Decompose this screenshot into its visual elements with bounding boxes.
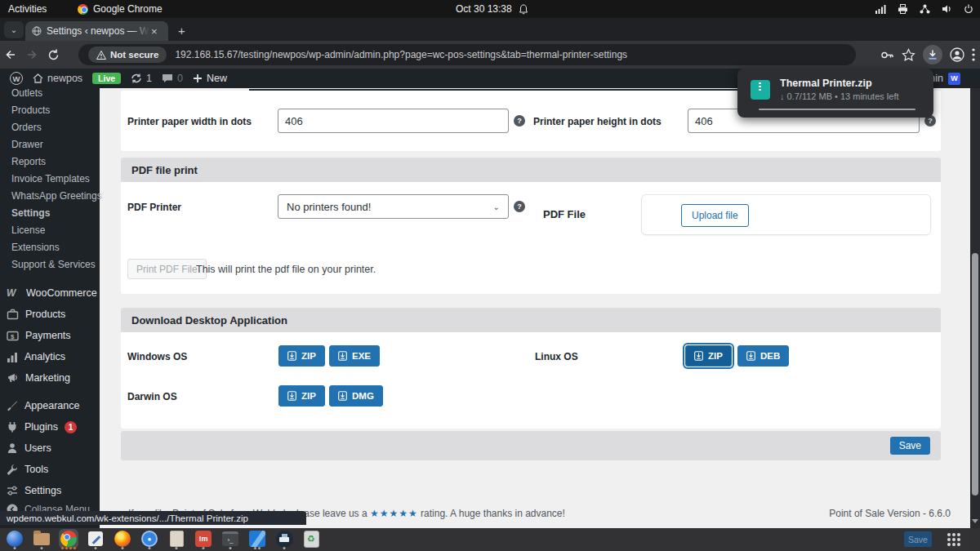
button-label: ZIP bbox=[301, 351, 316, 361]
security-chip[interactable]: Not secure bbox=[88, 47, 167, 63]
comment-count: 0 bbox=[177, 73, 183, 84]
scroll-down-arrow[interactable] bbox=[972, 519, 978, 523]
chrome-toolbar: Not secure 192.168.15.67/testing/newpos/… bbox=[0, 41, 980, 69]
dock-files-icon[interactable] bbox=[32, 529, 51, 549]
dock-vscode-icon[interactable] bbox=[247, 529, 267, 549]
sidebar-item-woocommerce[interactable]: W WooCommerce bbox=[0, 282, 100, 304]
sidebar-item-products[interactable]: Products bbox=[0, 304, 100, 325]
sidebar-item-whatsapp-greetings[interactable]: WhatsApp Greetings bbox=[0, 188, 100, 205]
pdf-file-dropzone[interactable]: Upload file bbox=[641, 194, 931, 235]
menu-dots-icon[interactable] bbox=[972, 48, 975, 61]
new-content-menu[interactable]: New bbox=[193, 73, 227, 84]
dock-updater-icon[interactable]: ♻ bbox=[301, 529, 321, 549]
updates-menu[interactable]: 1 bbox=[131, 73, 152, 84]
pdf-printer-help-icon[interactable]: ? bbox=[514, 201, 525, 212]
new-label: New bbox=[207, 73, 227, 84]
new-tab-button[interactable]: + bbox=[178, 24, 185, 38]
darwin-dmg-button[interactable]: DMG bbox=[329, 385, 383, 407]
paper-width-input[interactable] bbox=[278, 109, 509, 133]
globe-icon bbox=[32, 26, 42, 36]
back-button[interactable] bbox=[0, 48, 21, 61]
windows-zip-button[interactable]: ZIP bbox=[278, 345, 325, 367]
windows-exe-button[interactable]: EXE bbox=[329, 345, 380, 367]
sidebar-item-reports[interactable]: Reports bbox=[0, 153, 100, 171]
sidebar-item-marketing[interactable]: Marketing bbox=[0, 367, 100, 389]
dock-document-icon[interactable] bbox=[167, 529, 186, 549]
dock-messaging-icon[interactable]: ● bbox=[140, 529, 159, 549]
forward-button[interactable] bbox=[21, 48, 42, 61]
sidebar-item-tools[interactable]: Tools bbox=[0, 459, 100, 480]
download-arrow-icon bbox=[694, 351, 703, 361]
pdf-printer-select[interactable]: No printers found! ⌄ bbox=[278, 194, 509, 219]
plugins-icon bbox=[7, 421, 18, 433]
site-menu[interactable]: newpos bbox=[33, 73, 82, 84]
focused-app-label: Google Chrome bbox=[93, 3, 163, 15]
save-button[interactable]: Save bbox=[890, 437, 930, 455]
site-name: newpos bbox=[47, 73, 82, 84]
tab-close-icon[interactable]: × bbox=[151, 25, 158, 38]
active-tab[interactable]: Settings ‹ newpos — Wo × bbox=[25, 21, 168, 41]
linux-os-label: Linux OS bbox=[535, 351, 578, 362]
sidebar-item-analytics[interactable]: Analytics bbox=[0, 346, 100, 367]
sidebar-item-support-services[interactable]: Support & Services bbox=[0, 256, 100, 273]
menu-label: Appearance bbox=[24, 400, 79, 411]
print-pdf-button[interactable]: Print PDF File bbox=[127, 259, 207, 279]
system-tray[interactable] bbox=[875, 4, 973, 14]
download-progress-bar bbox=[759, 109, 915, 110]
bookmark-star-icon[interactable] bbox=[902, 48, 915, 62]
wp-logo-menu[interactable]: W bbox=[10, 72, 23, 85]
comments-menu[interactable]: 0 bbox=[162, 73, 183, 84]
pdf-section-header: PDF file print bbox=[121, 158, 941, 182]
downloads-button[interactable] bbox=[923, 45, 942, 64]
activities-button[interactable]: Activities bbox=[8, 3, 47, 15]
chrome-icon bbox=[78, 4, 88, 15]
dock-firefox-icon[interactable] bbox=[113, 529, 132, 549]
home-icon bbox=[33, 73, 43, 83]
scrollbar-thumb[interactable] bbox=[972, 253, 978, 495]
dock-im-app-icon[interactable]: !m bbox=[194, 529, 213, 549]
sidebar-item-invoice-templates[interactable]: Invoice Templates bbox=[0, 171, 100, 188]
sidebar-item-plugins[interactable]: Plugins 1 bbox=[0, 416, 100, 438]
tab-search-button[interactable]: ⌄ bbox=[4, 21, 24, 38]
clock-label: Oct 30 13:38 bbox=[456, 3, 512, 15]
dock-chrome-icon[interactable] bbox=[59, 529, 78, 549]
sidebar-item-users[interactable]: Users bbox=[0, 438, 100, 459]
rating-stars[interactable]: ★★★★★ bbox=[370, 508, 418, 519]
linux-deb-button[interactable]: DEB bbox=[737, 345, 789, 367]
dock-printer-app-icon[interactable] bbox=[274, 529, 294, 549]
sidebar-item-appearance[interactable]: Appearance bbox=[0, 395, 100, 416]
page-scrollbar[interactable] bbox=[970, 69, 980, 551]
passwords-key-icon[interactable] bbox=[880, 48, 894, 62]
dock-blue-app-icon[interactable] bbox=[5, 529, 24, 549]
profile-icon[interactable] bbox=[950, 47, 964, 62]
page-content: Outlets Products Orders Drawer Reports I… bbox=[0, 88, 980, 528]
sidebar-item-settings[interactable]: Settings bbox=[0, 480, 100, 501]
reload-button[interactable] bbox=[42, 49, 64, 61]
paper-width-help-icon[interactable]: ? bbox=[514, 115, 525, 127]
wp-sidebar: Outlets Products Orders Drawer Reports I… bbox=[0, 88, 100, 528]
upload-file-button[interactable]: Upload file bbox=[681, 204, 749, 227]
show-applications-icon[interactable] bbox=[947, 533, 960, 546]
download-arrow-icon bbox=[338, 351, 347, 361]
chevron-down-icon: ⌄ bbox=[493, 202, 500, 211]
sidebar-item-payments[interactable]: $ Payments bbox=[0, 325, 100, 346]
linux-zip-button[interactable]: ZIP bbox=[685, 345, 732, 367]
url-text: 192.168.15.67/testing/newpos/wp-admin/ad… bbox=[175, 49, 627, 60]
sidebar-item-orders[interactable]: Orders bbox=[0, 119, 100, 136]
download-section-header: Download Desktop Application bbox=[121, 308, 941, 332]
svg-text:$: $ bbox=[11, 332, 15, 340]
focused-app-menu[interactable]: Google Chrome bbox=[78, 3, 163, 15]
sidebar-item-settings-current[interactable]: Settings bbox=[0, 205, 100, 222]
sidebar-item-products-pos[interactable]: Products bbox=[0, 102, 100, 119]
sidebar-item-drawer[interactable]: Drawer bbox=[0, 136, 100, 153]
darwin-zip-button[interactable]: ZIP bbox=[278, 385, 325, 407]
clock-menu[interactable]: Oct 30 13:38 bbox=[456, 3, 528, 15]
download-bubble[interactable]: Thermal Printer.zip ↓ 0.7/112 MB • 13 mi… bbox=[737, 69, 933, 118]
download-arrow-icon bbox=[287, 391, 296, 401]
sidebar-item-license[interactable]: License bbox=[0, 222, 100, 239]
address-bar[interactable]: Not secure 192.168.15.67/testing/newpos/… bbox=[78, 44, 856, 65]
print-pdf-hint: This will print the pdf file on your pri… bbox=[196, 264, 376, 275]
sidebar-item-extensions[interactable]: Extensions bbox=[0, 239, 100, 256]
dock-terminal-icon[interactable]: ›_ bbox=[220, 529, 240, 549]
dock-text-editor-icon[interactable] bbox=[86, 529, 105, 549]
